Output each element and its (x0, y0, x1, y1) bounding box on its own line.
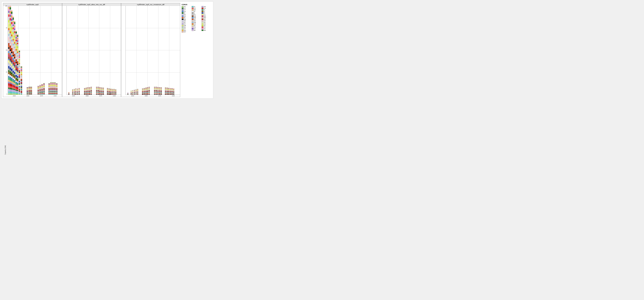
bar-segment (12, 58, 14, 60)
y-ticks-panel3 (121, 6, 126, 97)
legend-swatch-ks (182, 14, 184, 15)
bar-segment (17, 58, 18, 59)
bar-segment (12, 42, 14, 44)
bar-segment (16, 71, 17, 73)
legend-swatch-nh (202, 20, 204, 21)
bar-segment (19, 62, 20, 63)
bar-segment (10, 31, 11, 33)
panel-2-bars-row (66, 6, 121, 95)
bar-group (89, 87, 90, 95)
legend-swatch-ga (182, 11, 184, 12)
bar-segment (12, 32, 14, 34)
bar-segment (12, 39, 14, 41)
legend-item-id: ID (182, 12, 191, 14)
panel-2-inner: 2025 2050 2075 2100 (66, 6, 121, 97)
bar-segment (17, 72, 18, 74)
legend-item-az: AZ (182, 7, 191, 9)
bar-group (137, 89, 138, 95)
bar-segment (10, 66, 11, 67)
bar-segment (12, 63, 14, 65)
bar-segment (16, 49, 17, 50)
bar-group (77, 88, 78, 95)
bar-segment (14, 71, 15, 72)
bar-group (52, 82, 54, 95)
legend-swatch-fl (202, 9, 204, 10)
bar-segment (17, 71, 18, 72)
bar-segment (12, 87, 14, 89)
y-ticks-panel1: 0 25 50 75 100 (3, 6, 8, 97)
legend-label-fl: FL (204, 9, 205, 10)
x-tick-2075-p2: 2075 (99, 95, 102, 97)
bar-segment (16, 37, 17, 39)
plots-area: rcp85hotter_ssp5 0 25 50 75 100 (3, 3, 180, 97)
legend-label-ar: AR (204, 6, 206, 7)
bar-group (74, 89, 75, 95)
bar-segment (11, 22, 12, 24)
bar-segment (8, 51, 10, 53)
x-tick-2075: 2075 (40, 95, 43, 97)
bar-segment (11, 31, 12, 32)
bar-segment (10, 28, 11, 29)
bar-segment (16, 87, 17, 88)
legend-swatch-oh (192, 23, 194, 25)
bar-segment (12, 37, 14, 39)
bar-segment (16, 75, 17, 77)
panel-1-body: 0 25 50 75 100 (3, 6, 62, 97)
legend-swatch-ky (192, 14, 194, 15)
bar-group (156, 87, 157, 95)
bar-segment (14, 31, 15, 33)
bar-segment (14, 66, 15, 67)
bar-segment (12, 51, 14, 53)
bar-segment (16, 62, 17, 63)
legend-label-co: CO (204, 7, 206, 9)
bar-segment (14, 45, 15, 47)
legend-swatch-md (192, 15, 194, 17)
legend-label-nd: ND (184, 20, 186, 21)
legend-swatch-nj (182, 22, 184, 23)
bar-segment (10, 35, 11, 37)
bar-segment (17, 78, 18, 79)
legend-swatch-tn (192, 26, 194, 28)
bar-group (26, 87, 28, 95)
bar-segment (17, 86, 18, 87)
legend-item-ms: MS (182, 18, 191, 20)
bar-group (90, 87, 92, 95)
bar-segment (17, 63, 18, 64)
legend-item-me: ME (202, 15, 211, 17)
bar-segment (14, 39, 15, 40)
bar-segment (11, 76, 12, 78)
bar-segment (10, 61, 11, 62)
bar-segment (11, 48, 12, 50)
bar-segment (16, 58, 17, 59)
bar-group (68, 92, 70, 95)
legend-swatch-de (192, 9, 194, 10)
legend-item-al: AL (192, 6, 201, 7)
legend-swatch-wv (202, 29, 204, 31)
bar-segment (8, 59, 10, 60)
bar-segment (11, 50, 12, 52)
bar-segment (16, 78, 17, 79)
bar-segment (11, 45, 12, 47)
bar-segment (11, 40, 12, 41)
bar-segment (11, 43, 12, 45)
bar-segment (16, 81, 17, 82)
bar-segment (11, 58, 12, 61)
bar-group (134, 90, 135, 95)
bar-segment (16, 50, 17, 51)
bar-segment (12, 24, 14, 26)
legend-swatch-ok (202, 23, 204, 25)
bar-segment (16, 91, 17, 92)
bar-segment (19, 67, 20, 69)
bar-group (20, 66, 22, 95)
bar-segment (8, 72, 10, 74)
bar-segment (16, 70, 17, 71)
bar-segment (17, 53, 18, 54)
bar-segment (8, 60, 10, 63)
bar-segment (11, 53, 12, 55)
bar-segment (17, 45, 18, 46)
panel-3-body: 2025 2050 2075 2100 (121, 6, 180, 97)
bar-segment (11, 92, 12, 93)
bar-segment (12, 36, 14, 37)
bar-group (112, 89, 113, 95)
bar-segment (16, 46, 17, 47)
